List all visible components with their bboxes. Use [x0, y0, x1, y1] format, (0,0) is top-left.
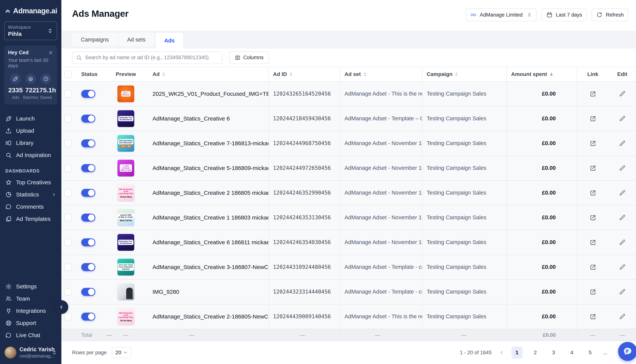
status-toggle[interactable] — [81, 312, 95, 320]
status-toggle[interactable] — [81, 114, 95, 122]
page-button-4[interactable]: 4 — [566, 346, 577, 359]
edit-icon[interactable] — [619, 313, 626, 320]
edit-icon[interactable] — [619, 115, 626, 122]
external-link-icon[interactable] — [589, 90, 596, 98]
ad-preview-thumbnail[interactable]: 96% Reductionin AdLaunching TimeTikTok M… — [117, 184, 134, 201]
row-checkbox[interactable] — [64, 288, 72, 296]
status-toggle[interactable] — [81, 288, 95, 296]
external-link-icon[interactable] — [589, 164, 596, 172]
sidebar-item-support[interactable]: Support — [4, 317, 57, 329]
sidebar-item-integrations[interactable]: Integrations — [4, 305, 57, 317]
status-toggle[interactable] — [81, 238, 95, 246]
edit-icon[interactable] — [619, 189, 626, 196]
ad-preview-thumbnail[interactable]: Automate YourAd Workflows — [117, 110, 134, 127]
sidebar-item-library[interactable]: Library — [4, 137, 57, 149]
tab-ad-sets[interactable]: Ad sets — [118, 33, 154, 46]
ad-preview-thumbnail[interactable]: 96% Reductionin AdLaunching TimeTikTok M… — [117, 308, 134, 325]
row-checkbox[interactable] — [64, 264, 72, 271]
sidebar-item-statistics[interactable]: Statistics — [4, 188, 57, 201]
edit-icon[interactable] — [619, 239, 626, 246]
page-button-1[interactable]: 1 — [512, 346, 523, 359]
status-toggle[interactable] — [81, 189, 95, 197]
edit-icon[interactable] — [619, 140, 626, 147]
ad-preview-thumbnail[interactable]: Launch 100sof Ads in <1min.Meta TikTok — [117, 209, 134, 226]
workspace-selector[interactable]: Workspace Pihla — [4, 22, 57, 40]
page-button-5[interactable]: 5 — [585, 346, 596, 359]
date-range-picker[interactable]: Last 7 days — [542, 8, 587, 21]
sidebar-item-ad-inspiration[interactable]: Ad Inspiration — [4, 149, 57, 161]
external-link-icon[interactable] — [589, 140, 596, 147]
row-checkbox[interactable] — [64, 189, 72, 196]
row-checkbox[interactable] — [64, 90, 72, 98]
external-link-icon[interactable] — [589, 288, 596, 296]
ad-preview-thumbnail[interactable] — [117, 284, 134, 300]
row-checkbox[interactable] — [64, 313, 72, 320]
row-checkbox[interactable] — [64, 140, 72, 147]
ad-name[interactable]: AdManage_Statics_Creative 1 186803 micka… — [152, 214, 268, 221]
sidebar-item-top-creatives[interactable]: Top Creatives — [4, 176, 57, 188]
sidebar-item-upload[interactable]: Upload — [4, 125, 57, 137]
ad-name[interactable]: IMG_9280 — [152, 288, 179, 295]
search-input[interactable] — [72, 52, 223, 64]
refresh-button[interactable]: Refresh — [592, 8, 628, 21]
row-checkbox[interactable] — [64, 214, 72, 221]
column-header-ad[interactable]: Ad — [145, 67, 268, 81]
chat-fab-button[interactable] — [618, 342, 636, 361]
sidebar-item-ad-templates[interactable]: Ad Templates — [4, 213, 57, 225]
rows-per-page-select[interactable]: 20 — [112, 347, 132, 358]
ad-name[interactable]: 2025_WK25_V01_Product_Focused_IMG+TEXT_( — [152, 90, 268, 97]
status-toggle[interactable] — [81, 214, 95, 222]
ad-preview-thumbnail[interactable]: Free Your TeamFrom RepetitiveUploads — [117, 259, 134, 276]
ad-name[interactable]: AdManage_Statics_Creative 2 186805 micka… — [152, 190, 268, 196]
ad-name[interactable]: AdManage_Statics_Creative 3-186807-NewCr… — [152, 264, 268, 270]
tab-ads[interactable]: Ads — [155, 32, 184, 48]
column-header-campaign[interactable]: Campaign — [422, 67, 507, 81]
page-button-3[interactable]: 3 — [548, 346, 559, 359]
ad-preview-thumbnail[interactable]: 1 click1 minute100s of ads — [117, 160, 134, 176]
sidebar-collapse-button[interactable] — [55, 300, 68, 314]
column-header-status[interactable]: Status — [74, 67, 107, 81]
edit-icon[interactable] — [619, 264, 626, 271]
column-header-ad-id[interactable]: Ad ID — [268, 67, 340, 81]
status-toggle[interactable] — [81, 263, 95, 271]
sidebar-item-settings[interactable]: Settings — [4, 280, 57, 292]
page-button-2[interactable]: 2 — [530, 346, 541, 359]
ad-preview-thumbnail[interactable]: Still UploadingAds Manually?YesNo — [117, 135, 134, 152]
ad-name[interactable]: AdManage_Statics_Creative 6 186811 micka… — [152, 239, 268, 246]
ad-name[interactable]: AdManage_Statics_Creative 7-186813-micka… — [152, 140, 268, 146]
sidebar-item-live-chat[interactable]: Live Chat — [4, 329, 57, 341]
external-link-icon[interactable] — [589, 115, 596, 122]
ad-name[interactable]: AdManage_Statics_Creative 2-186805-NewCr… — [152, 313, 268, 320]
column-header-ad-set[interactable]: Ad set — [340, 67, 422, 81]
edit-icon[interactable] — [619, 288, 626, 296]
ad-name[interactable]: AdManage_Statics_Creative 5-186809-micka… — [152, 165, 268, 171]
sidebar-item-comments[interactable]: Comments — [4, 201, 57, 213]
columns-button[interactable]: Columns — [229, 52, 269, 64]
row-checkbox[interactable] — [64, 239, 72, 246]
ad-name[interactable]: AdManage_Statics_Creative 6 — [152, 115, 230, 122]
external-link-icon[interactable] — [589, 189, 596, 196]
external-link-icon[interactable] — [589, 264, 596, 271]
column-header-amount-spent[interactable]: Amount spent — [507, 67, 577, 81]
status-toggle[interactable] — [81, 164, 95, 172]
external-link-icon[interactable] — [589, 239, 596, 246]
row-checkbox[interactable] — [64, 164, 72, 172]
select-all-checkbox[interactable] — [64, 71, 72, 78]
edit-icon[interactable] — [619, 90, 626, 98]
row-checkbox[interactable] — [64, 115, 72, 122]
brand[interactable]: Admanage.ai — [4, 7, 57, 15]
close-icon[interactable] — [48, 50, 53, 56]
column-header-preview[interactable]: Preview — [107, 67, 145, 81]
sidebar-item-launch[interactable]: Launch — [4, 112, 57, 125]
status-toggle[interactable] — [81, 139, 95, 147]
external-link-icon[interactable] — [589, 313, 596, 320]
status-toggle[interactable] — [81, 90, 95, 98]
edit-icon[interactable] — [619, 214, 626, 221]
ad-account-selector[interactable]: AdManage Limited — [466, 8, 537, 21]
sidebar-item-team[interactable]: Team — [4, 292, 57, 305]
pagination-ellipsis[interactable]: ... — [603, 350, 607, 356]
user-menu[interactable]: Cedric Yarish ced@admanag... — [4, 346, 57, 359]
edit-icon[interactable] — [619, 164, 626, 172]
tab-campaigns[interactable]: Campaigns — [72, 33, 118, 46]
external-link-icon[interactable] — [589, 214, 596, 221]
